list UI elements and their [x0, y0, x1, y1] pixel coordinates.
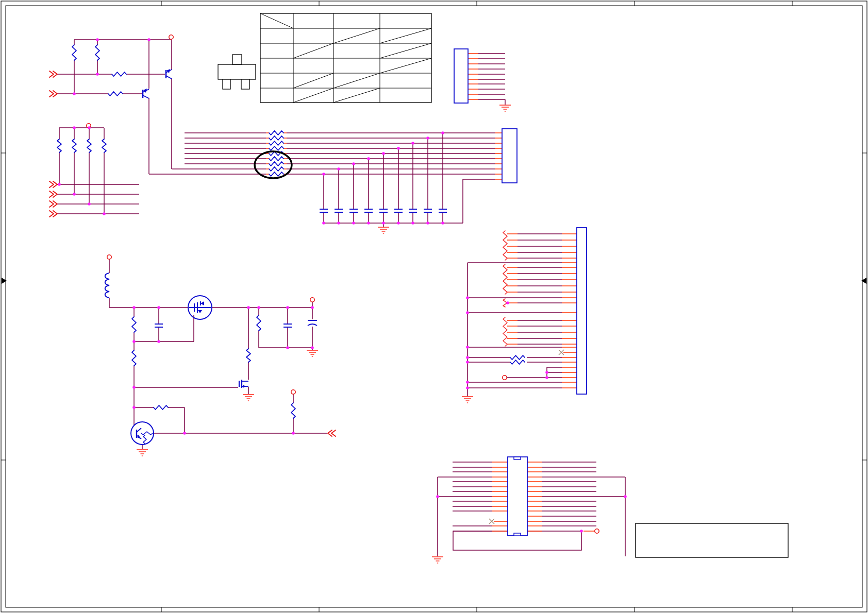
resistor[interactable] [246, 349, 251, 362]
resistor[interactable] [154, 405, 168, 410]
inductor-icon[interactable] [105, 273, 109, 298]
junction-dot [352, 222, 355, 225]
junction-dot [367, 222, 370, 225]
transistor-lead [166, 76, 172, 79]
mosfet-arrow [243, 385, 246, 388]
resistor[interactable] [291, 403, 295, 418]
junction-dot [337, 167, 340, 171]
junction-dot [580, 530, 583, 533]
resistor[interactable] [269, 162, 283, 166]
power-port-icon[interactable] [595, 529, 599, 533]
ic-notch [514, 533, 521, 536]
resistor[interactable] [102, 139, 106, 152]
resistor-pack[interactable] [503, 231, 507, 260]
power-port-icon[interactable] [503, 376, 507, 380]
power-port-icon[interactable] [291, 390, 295, 394]
resistor[interactable] [112, 72, 126, 76]
junction-dot [132, 386, 136, 389]
junction-dot [88, 126, 91, 129]
resistor[interactable] [95, 45, 99, 60]
resistor[interactable] [269, 167, 283, 171]
junction-dot [506, 301, 509, 304]
junction-dot [466, 386, 469, 389]
junction-dot [58, 183, 61, 186]
resistor[interactable] [269, 131, 283, 135]
component-outline-tab [241, 79, 249, 89]
input-port-icon[interactable] [49, 191, 54, 197]
component-outline-tab [223, 79, 230, 89]
resistor[interactable] [108, 92, 123, 96]
resistor[interactable] [57, 139, 61, 152]
junction-dot [367, 157, 370, 160]
sheet-border [1, 1, 867, 612]
resistor[interactable] [132, 350, 136, 366]
title-block[interactable] [636, 523, 788, 557]
power-port-icon[interactable] [310, 298, 314, 302]
resistor[interactable] [269, 172, 283, 176]
junction-dot [624, 495, 627, 498]
junction-dot [103, 212, 106, 215]
junction-dot [411, 142, 414, 145]
junction-dot [322, 222, 325, 225]
input-port-icon[interactable] [49, 91, 54, 97]
power-port-icon[interactable] [169, 35, 173, 39]
table-diagonal [293, 73, 333, 88]
resistor[interactable] [269, 157, 283, 161]
junction-dot [147, 38, 151, 41]
resistor-pack[interactable] [503, 264, 507, 294]
connector[interactable] [577, 228, 587, 394]
junction-dot [382, 152, 385, 155]
transistor-icon[interactable] [131, 422, 154, 445]
input-port-icon[interactable] [49, 71, 54, 77]
resistor[interactable] [87, 139, 91, 152]
resistor[interactable] [510, 360, 525, 364]
connector[interactable] [502, 129, 517, 183]
junction-dot [397, 147, 400, 150]
input-port-icon[interactable] [49, 211, 54, 217]
junction-dot [545, 376, 548, 379]
resistor-pack[interactable] [503, 317, 507, 346]
transistor-lead [143, 95, 149, 98]
junction-dot [286, 346, 289, 349]
resistor[interactable] [269, 146, 283, 150]
power-port-icon[interactable] [107, 255, 111, 259]
resistor[interactable] [269, 136, 283, 140]
junction-dot [292, 432, 295, 435]
resistor[interactable] [72, 139, 76, 152]
junction-dot [466, 346, 469, 349]
resistor[interactable] [132, 317, 136, 332]
resistor[interactable] [510, 355, 525, 360]
junction-dot [466, 356, 469, 359]
junction-dot [286, 306, 289, 309]
junction-dot [426, 222, 429, 225]
table-diagonal [380, 43, 431, 58]
junction-dot [96, 38, 99, 41]
input-port-icon[interactable] [49, 201, 54, 207]
junction-dot [545, 371, 548, 374]
internal-resistor [141, 432, 153, 435]
junction-dot [73, 126, 76, 129]
table-diagonal [333, 28, 380, 43]
junction-dot [88, 202, 91, 206]
connector[interactable] [454, 49, 468, 103]
junction-dot [466, 361, 469, 364]
ic-chip[interactable] [508, 457, 527, 536]
junction-dot [311, 306, 314, 309]
junction-dot [436, 495, 439, 498]
junction-dot [247, 306, 250, 309]
mosfet-arrow [198, 310, 202, 313]
junction-dot [352, 162, 355, 165]
junction-dot [397, 222, 400, 225]
junction-dot [183, 432, 186, 435]
component-outline[interactable] [218, 64, 256, 79]
resistor[interactable] [269, 141, 283, 145]
polarized-capacitor-plate [308, 324, 317, 326]
resistor[interactable] [72, 45, 76, 60]
junction-dot [337, 222, 340, 225]
resistor[interactable] [257, 315, 261, 331]
junction-dot [132, 406, 136, 409]
internal-resistor [143, 435, 146, 444]
transistor-lead [137, 428, 141, 432]
input-port-icon[interactable] [49, 181, 54, 188]
table-diagonal [333, 73, 380, 88]
